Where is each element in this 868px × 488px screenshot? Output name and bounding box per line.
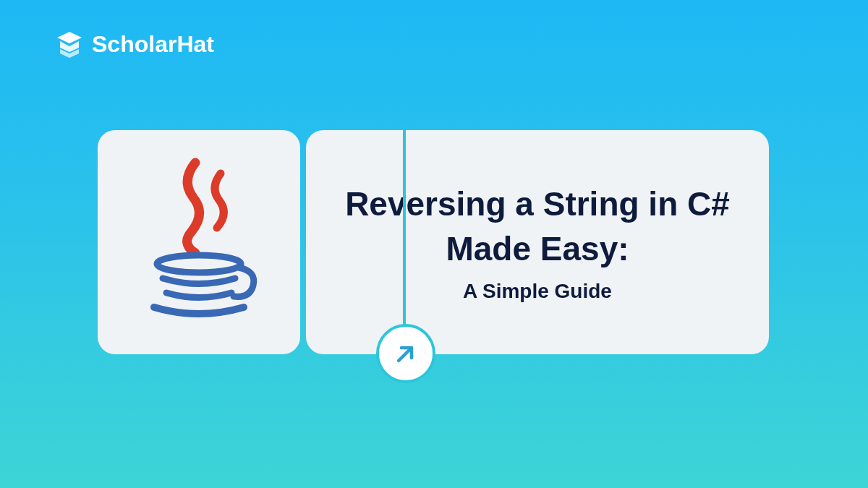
svg-point-0 xyxy=(157,255,241,273)
main-title: Reversing a String in C# Made Easy: xyxy=(328,181,747,271)
illustration-card xyxy=(98,130,300,354)
brand-name: ScholarHat xyxy=(92,31,214,58)
subtitle: A Simple Guide xyxy=(463,280,612,303)
arrow-up-right-icon xyxy=(391,339,420,368)
java-logo-icon xyxy=(127,155,271,329)
brand-logo: ScholarHat xyxy=(54,29,214,59)
text-card: Reversing a String in C# Made Easy: A Si… xyxy=(306,130,769,354)
arrow-badge xyxy=(376,324,435,383)
scholarhat-icon xyxy=(54,29,85,59)
content-card-group: Reversing a String in C# Made Easy: A Si… xyxy=(98,130,769,354)
card-divider xyxy=(403,130,406,333)
